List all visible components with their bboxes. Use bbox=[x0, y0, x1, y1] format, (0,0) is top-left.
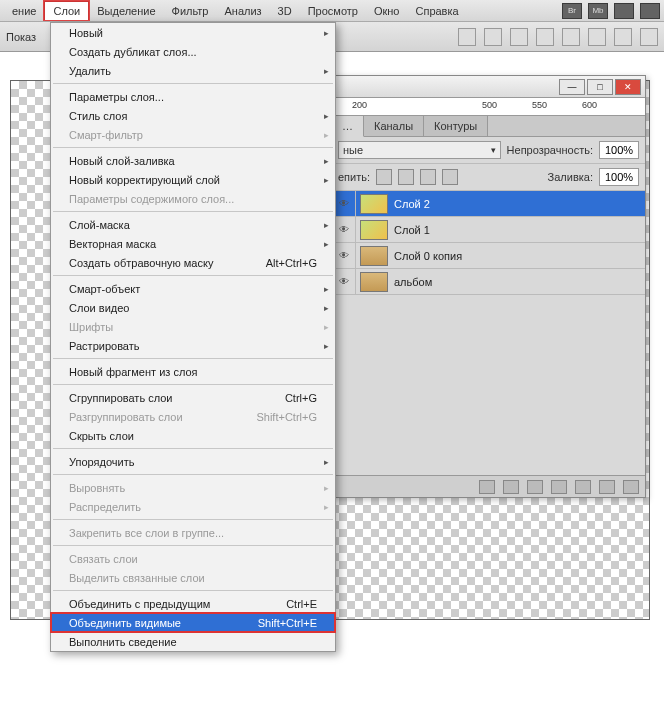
close-button[interactable]: ✕ bbox=[615, 79, 641, 95]
menu-shortcut: Ctrl+G bbox=[285, 392, 317, 404]
link-icon[interactable] bbox=[479, 480, 495, 494]
menu-item-label: Связать слои bbox=[69, 553, 138, 565]
menu-item[interactable]: Выполнить сведение bbox=[51, 632, 335, 651]
layer-name[interactable]: Слой 1 bbox=[392, 224, 430, 236]
menu-item[interactable]: Растрировать bbox=[51, 336, 335, 355]
menu-separator bbox=[53, 384, 333, 385]
menu-item: Связать слои bbox=[51, 549, 335, 568]
panel-titlebar: — □ ✕ bbox=[332, 76, 645, 98]
menu-separator bbox=[53, 448, 333, 449]
lock-move-icon[interactable] bbox=[420, 169, 436, 185]
lock-transparent-icon[interactable] bbox=[376, 169, 392, 185]
menu-item-label: Скрыть слои bbox=[69, 430, 134, 442]
menu-item[interactable]: 3D bbox=[270, 2, 300, 20]
menu-item[interactable]: Векторная маска bbox=[51, 234, 335, 253]
menu-item[interactable]: Упорядочить bbox=[51, 452, 335, 471]
menu-shortcut: Shift+Ctrl+E bbox=[258, 617, 317, 629]
layer-row[interactable]: альбом bbox=[332, 269, 645, 295]
menu-item[interactable]: Слои видео bbox=[51, 298, 335, 317]
menu-item[interactable]: Просмотр bbox=[300, 2, 366, 20]
opacity-input[interactable]: 100% bbox=[599, 141, 639, 159]
menu-item-label: Смарт-объект bbox=[69, 283, 140, 295]
menu-item[interactable]: Слой-маска bbox=[51, 215, 335, 234]
maximize-button[interactable]: □ bbox=[587, 79, 613, 95]
lock-brush-icon[interactable] bbox=[398, 169, 414, 185]
menu-item[interactable]: Справка bbox=[407, 2, 466, 20]
menu-item[interactable]: Слои bbox=[44, 1, 89, 20]
new-icon[interactable] bbox=[599, 480, 615, 494]
layer-row[interactable]: Слой 1 bbox=[332, 217, 645, 243]
options-icon[interactable] bbox=[640, 28, 658, 46]
trash-icon[interactable] bbox=[623, 480, 639, 494]
fill-label: Заливка: bbox=[548, 171, 593, 183]
menu-item-label: Распределить bbox=[69, 501, 141, 513]
menu-item: Параметры содержимого слоя... bbox=[51, 189, 335, 208]
options-icon[interactable] bbox=[614, 28, 632, 46]
menu-item-label: Разгруппировать слои bbox=[69, 411, 183, 423]
horizontal-ruler: 200500550600 bbox=[332, 98, 645, 116]
options-icon[interactable] bbox=[458, 28, 476, 46]
layers-menu-dropdown: НовыйСоздать дубликат слоя...УдалитьПара… bbox=[50, 22, 336, 652]
options-icon[interactable] bbox=[484, 28, 502, 46]
layer-thumbnail[interactable] bbox=[360, 194, 388, 214]
menu-item-label: Векторная маска bbox=[69, 238, 156, 250]
fx-icon[interactable] bbox=[503, 480, 519, 494]
menu-item[interactable]: ение bbox=[4, 2, 44, 20]
options-icon[interactable] bbox=[510, 28, 528, 46]
layer-name[interactable]: Слой 2 bbox=[392, 198, 430, 210]
app-switcher-icon[interactable] bbox=[640, 3, 660, 19]
app-switcher-icon[interactable]: Mb bbox=[588, 3, 608, 19]
menu-item[interactable]: Объединить с предыдущимCtrl+E bbox=[51, 594, 335, 613]
menu-item[interactable]: Объединить видимыеShift+Ctrl+E bbox=[51, 613, 335, 632]
menu-item[interactable]: Удалить bbox=[51, 61, 335, 80]
menu-item: Закрепить все слои в группе... bbox=[51, 523, 335, 542]
layer-name[interactable]: Слой 0 копия bbox=[392, 250, 462, 262]
menu-item[interactable]: Сгруппировать слоиCtrl+G bbox=[51, 388, 335, 407]
menu-item[interactable]: Создать обтравочную маскуAlt+Ctrl+G bbox=[51, 253, 335, 272]
menu-item[interactable]: Анализ bbox=[216, 2, 269, 20]
menu-item[interactable]: Выделение bbox=[89, 2, 163, 20]
options-icon[interactable] bbox=[536, 28, 554, 46]
menu-item-label: Выделить связанные слои bbox=[69, 572, 205, 584]
menu-item-label: Новый bbox=[69, 27, 103, 39]
menu-item[interactable]: Новый корректирующий слой bbox=[51, 170, 335, 189]
adjust-icon[interactable] bbox=[551, 480, 567, 494]
layer-thumbnail[interactable] bbox=[360, 272, 388, 292]
mask-icon[interactable] bbox=[527, 480, 543, 494]
opacity-value: 100% bbox=[605, 144, 633, 156]
panel-tab[interactable]: … bbox=[332, 116, 364, 137]
menu-item[interactable]: Создать дубликат слоя... bbox=[51, 42, 335, 61]
menu-item-label: Слой-маска bbox=[69, 219, 130, 231]
panel-tab[interactable]: Каналы bbox=[364, 116, 424, 136]
menu-item[interactable]: Окно bbox=[366, 2, 408, 20]
menu-item[interactable]: Новый фрагмент из слоя bbox=[51, 362, 335, 381]
group-icon[interactable] bbox=[575, 480, 591, 494]
menu-item[interactable]: Новый bbox=[51, 23, 335, 42]
menu-separator bbox=[53, 211, 333, 212]
app-switcher-icon[interactable] bbox=[614, 3, 634, 19]
menu-item[interactable]: Новый слой-заливка bbox=[51, 151, 335, 170]
menu-item: Выделить связанные слои bbox=[51, 568, 335, 587]
panel-tab[interactable]: Контуры bbox=[424, 116, 488, 136]
layer-thumbnail[interactable] bbox=[360, 220, 388, 240]
menu-item-label: Шрифты bbox=[69, 321, 113, 333]
layer-row[interactable]: Слой 2 bbox=[332, 191, 645, 217]
app-switcher-icon[interactable]: Br bbox=[562, 3, 582, 19]
menu-item[interactable]: Стиль слоя bbox=[51, 106, 335, 125]
minimize-button[interactable]: — bbox=[559, 79, 585, 95]
layer-name[interactable]: альбом bbox=[392, 276, 432, 288]
fill-input[interactable]: 100% bbox=[599, 168, 639, 186]
layer-row[interactable]: Слой 0 копия bbox=[332, 243, 645, 269]
menu-item[interactable]: Фильтр bbox=[164, 2, 217, 20]
menu-shortcut: Ctrl+E bbox=[286, 598, 317, 610]
menu-item[interactable]: Параметры слоя... bbox=[51, 87, 335, 106]
blend-mode-select[interactable]: ные bbox=[338, 141, 501, 159]
menu-item[interactable]: Скрыть слои bbox=[51, 426, 335, 445]
layer-thumbnail[interactable] bbox=[360, 246, 388, 266]
options-icon[interactable] bbox=[588, 28, 606, 46]
lock-all-icon[interactable] bbox=[442, 169, 458, 185]
menu-shortcut: Shift+Ctrl+G bbox=[256, 411, 317, 423]
options-icon[interactable] bbox=[562, 28, 580, 46]
menu-item[interactable]: Смарт-объект bbox=[51, 279, 335, 298]
panel-tabs: …КаналыКонтуры bbox=[332, 116, 645, 137]
